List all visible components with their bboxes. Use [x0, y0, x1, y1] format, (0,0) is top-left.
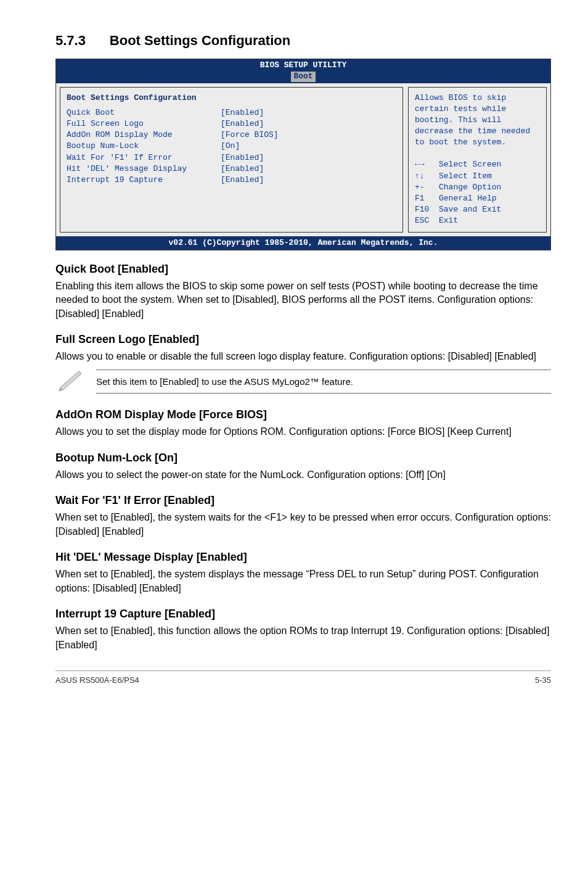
item-heading: Quick Boot [Enabled] [55, 262, 551, 277]
item-body: When set to [Enabled], this function all… [55, 624, 551, 652]
bios-setting-row: AddOn ROM Display Mode [Force BIOS] [67, 130, 396, 141]
bios-setting-value: [Enabled] [221, 107, 264, 118]
svg-marker-0 [59, 371, 81, 391]
note-text: Set this item to [Enabled] to use the AS… [96, 369, 551, 394]
item-heading: AddOn ROM Display Mode [Force BIOS] [55, 407, 551, 423]
note-row: Set this item to [Enabled] to use the AS… [55, 368, 551, 396]
bios-nav-line: ↑↓ Select Item [415, 171, 540, 182]
bios-setting-value: [Enabled] [221, 152, 264, 163]
item-heading: Full Screen Logo [Enabled] [55, 332, 551, 347]
bios-setting-value: [On] [221, 141, 240, 152]
item-body: Allows you to set the display mode for O… [55, 425, 551, 439]
bios-setting-label: Full Screen Logo [67, 118, 221, 130]
item-heading: Hit 'DEL' Message Display [Enabled] [55, 550, 551, 565]
page-footer: ASUS RS500A-E6/PS4 5-35 [55, 670, 551, 686]
item-body: When set to [Enabled], the system displa… [55, 567, 551, 595]
bios-setting-label: Hit 'DEL' Message Display [67, 163, 221, 175]
bios-setting-row: Full Screen Logo [Enabled] [67, 118, 396, 130]
item-heading: Bootup Num-Lock [On] [55, 450, 551, 466]
pencil-note-icon [55, 368, 85, 396]
bios-left-panel: Boot Settings Configuration Quick Boot [… [60, 87, 403, 233]
bios-help-text: Allows BIOS to skip certain tests while … [415, 93, 540, 149]
bios-setting-value: [Enabled] [221, 175, 264, 186]
bios-nav-line: F1 General Help [415, 193, 540, 204]
bios-setting-row: Quick Boot [Enabled] [67, 107, 396, 118]
item-body: When set to [Enabled], the system waits … [55, 511, 551, 538]
bios-header-title: BIOS SETUP UTILITY [56, 60, 550, 71]
bios-setting-label: AddOn ROM Display Mode [67, 130, 221, 141]
bios-setting-row: Wait For 'F1' If Error [Enabled] [67, 152, 396, 163]
section-number: 5.7.3 [55, 33, 86, 48]
bios-setting-value: [Enabled] [221, 118, 264, 130]
footer-left: ASUS RS500A-E6/PS4 [55, 675, 139, 686]
bios-setting-row: Hit 'DEL' Message Display [Enabled] [67, 163, 396, 175]
bios-panel-heading: Boot Settings Configuration [67, 93, 396, 104]
item-body: Allows you to select the power-on state … [55, 468, 551, 482]
section-heading: 5.7.3 Boot Settings Configuration [55, 25, 551, 52]
bios-header: BIOS SETUP UTILITY Boot [56, 59, 550, 83]
bios-tab-boot: Boot [291, 72, 315, 82]
bios-nav-line: F10 Save and Exit [415, 204, 540, 215]
bios-nav-line: ESC Exit [415, 215, 540, 226]
footer-right: 5-35 [535, 675, 551, 686]
item-body: Allows you to enable or disable the full… [55, 350, 551, 363]
bios-setting-label: Quick Boot [67, 107, 221, 118]
bios-setting-label: Bootup Num-Lock [67, 141, 221, 152]
bios-setting-row: Bootup Num-Lock [On] [67, 141, 396, 152]
bios-footer: v02.61 (C)Copyright 1985-2010, American … [56, 236, 550, 250]
item-body: Enabling this item allows the BIOS to sk… [55, 279, 551, 321]
bios-setting-value: [Force BIOS] [221, 130, 279, 141]
item-heading: Interrupt 19 Capture [Enabled] [55, 606, 551, 622]
bios-setting-value: [Enabled] [221, 163, 264, 175]
bios-nav-line: +- Change Option [415, 182, 540, 193]
item-heading: Wait For 'F1' If Error [Enabled] [55, 493, 551, 508]
bios-setting-label: Wait For 'F1' If Error [67, 152, 221, 163]
bios-setting-row: Interrupt 19 Capture [Enabled] [67, 175, 396, 186]
bios-nav-block: ←→ Select Screen ↑↓ Select Item +- Chang… [415, 159, 540, 226]
bios-screenshot: BIOS SETUP UTILITY Boot Boot Settings Co… [55, 59, 551, 250]
bios-right-panel: Allows BIOS to skip certain tests while … [408, 87, 547, 233]
bios-nav-line: ←→ Select Screen [415, 159, 540, 170]
bios-setting-label: Interrupt 19 Capture [67, 175, 221, 186]
section-title: Boot Settings Configuration [110, 33, 290, 48]
